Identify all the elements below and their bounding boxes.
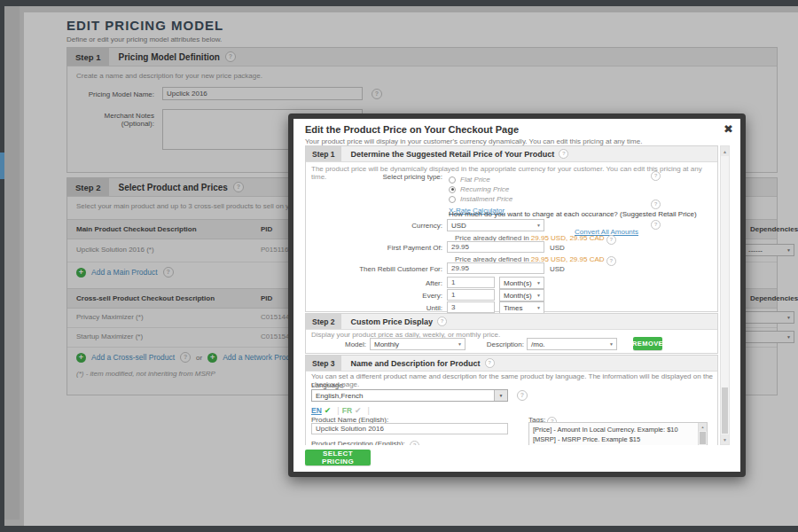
modal-step1-tab: Step 1 bbox=[306, 146, 341, 161]
modal-step3-tab: Step 3 bbox=[306, 356, 341, 371]
modal-scroll-area: Step 1 Determine the Suggested Retail Pr… bbox=[305, 145, 718, 445]
language-select[interactable]: English,French bbox=[311, 389, 508, 402]
modal-step1-title: Determine the Suggested Retail Price of … bbox=[351, 150, 555, 159]
modal-step2-header: Step 2 Custom Price Display bbox=[306, 314, 717, 330]
check-icon: ✔ bbox=[325, 406, 332, 415]
modal-step2-tab: Step 2 bbox=[306, 314, 341, 329]
help-icon[interactable] bbox=[651, 200, 661, 209]
pricing-type-label: Select pricing type: bbox=[306, 173, 442, 181]
language-tabs: EN ✔ | FR ✔ | bbox=[311, 406, 372, 415]
chevron-down-icon bbox=[494, 390, 507, 401]
divider: | bbox=[337, 406, 339, 415]
description-select[interactable]: /mo. bbox=[527, 338, 617, 350]
charge-question: How much do you want to charge at each o… bbox=[449, 210, 697, 218]
rebill-label: Then Rebill Customer For: bbox=[306, 265, 442, 273]
close-icon[interactable]: ✖ bbox=[724, 123, 733, 135]
scrollbar-thumb[interactable] bbox=[722, 387, 728, 434]
currency-code-text: USD bbox=[550, 244, 565, 252]
first-payment-label: First Payment Of: bbox=[306, 244, 442, 252]
first-payment-input[interactable] bbox=[447, 241, 544, 253]
every-input[interactable] bbox=[447, 289, 495, 301]
frame-bottom bbox=[0, 526, 798, 532]
tag-item: [MSRP] - MSRP Price. Example $15 bbox=[533, 435, 640, 443]
every-unit-select[interactable]: Month(s) bbox=[499, 289, 544, 301]
help-icon[interactable] bbox=[485, 358, 495, 368]
frame-top bbox=[0, 0, 798, 6]
select-pricing-button[interactable]: SELECT PRICING bbox=[305, 450, 371, 466]
description-label: Description: bbox=[483, 340, 524, 348]
scroll-up-icon[interactable] bbox=[699, 423, 707, 431]
scroll-down-icon[interactable] bbox=[721, 434, 729, 444]
tab-english[interactable]: EN bbox=[311, 406, 322, 415]
modal-step1-header: Step 1 Determine the Suggested Retail Pr… bbox=[306, 146, 717, 162]
model-label: Model: bbox=[306, 340, 366, 348]
until-input[interactable] bbox=[447, 301, 495, 313]
modal-step3-panel: Step 3 Name and Description for Product … bbox=[305, 355, 718, 445]
currency-select[interactable]: USD bbox=[447, 219, 544, 231]
modal-step3-header: Step 3 Name and Description for Product bbox=[306, 356, 717, 372]
modal-step3-description: You can set a different product name and… bbox=[311, 372, 717, 388]
divider: | bbox=[368, 406, 370, 415]
model-select[interactable]: Monthly bbox=[370, 338, 466, 350]
until-unit-select[interactable]: Times bbox=[499, 301, 544, 314]
tag-item: [Price] - Amount In Local Currency. Exam… bbox=[533, 426, 678, 434]
rebill-input[interactable] bbox=[447, 262, 544, 274]
product-name-input[interactable] bbox=[311, 423, 508, 434]
edit-price-modal: Edit the Product Price on Your Checkout … bbox=[288, 113, 746, 477]
modal-title: Edit the Product Price on Your Checkout … bbox=[305, 124, 519, 135]
help-icon[interactable] bbox=[559, 149, 568, 159]
help-icon[interactable] bbox=[437, 317, 447, 326]
every-label: Every: bbox=[306, 292, 442, 300]
help-icon[interactable] bbox=[517, 390, 528, 401]
help-icon[interactable] bbox=[651, 220, 661, 230]
scroll-up-icon[interactable] bbox=[721, 146, 729, 156]
help-icon[interactable] bbox=[606, 235, 616, 245]
modal-step2-panel: Step 2 Custom Price Display Display your… bbox=[305, 313, 718, 354]
after-label: After: bbox=[306, 279, 442, 287]
until-label: Until: bbox=[306, 304, 442, 312]
tags-scrollbar[interactable] bbox=[698, 423, 707, 445]
help-icon[interactable] bbox=[606, 256, 616, 266]
modal-step2-title: Custom Price Display bbox=[351, 317, 434, 326]
check-icon: ✔ bbox=[355, 406, 362, 415]
help-icon[interactable] bbox=[651, 171, 661, 181]
scrollbar-thumb[interactable] bbox=[700, 432, 706, 444]
help-icon[interactable] bbox=[410, 441, 419, 445]
modal-step1-panel: Step 1 Determine the Suggested Retail Pr… bbox=[305, 145, 718, 312]
currency-label: Currency: bbox=[306, 222, 442, 230]
language-label: Language: bbox=[311, 381, 345, 389]
screen: EDIT PRICING MODEL Define or edit your p… bbox=[0, 0, 798, 532]
product-description-label: Product Description (English): bbox=[311, 440, 419, 445]
tab-french[interactable]: FR bbox=[342, 406, 352, 415]
after-unit-select[interactable]: Month(s) bbox=[499, 277, 544, 289]
tags-box: [Price] - Amount In Local Currency. Exam… bbox=[528, 422, 708, 445]
after-input[interactable] bbox=[447, 277, 495, 288]
modal-step3-title: Name and Description for Product bbox=[351, 359, 481, 368]
modal-scrollbar[interactable] bbox=[720, 145, 730, 445]
modal-subtitle: Your product price will display in your … bbox=[305, 137, 642, 145]
currency-code-text: USD bbox=[550, 265, 565, 273]
remove-button[interactable]: REMOVE bbox=[633, 337, 662, 350]
